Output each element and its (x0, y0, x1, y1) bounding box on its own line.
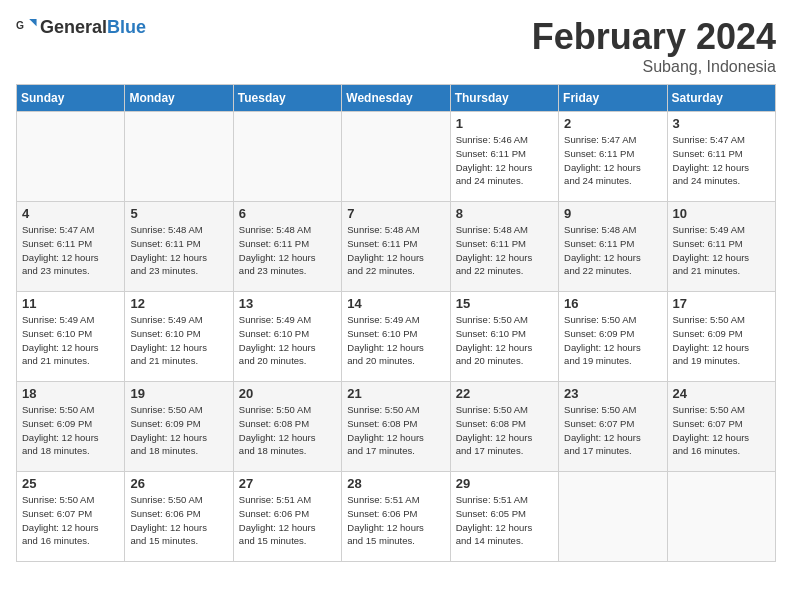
day-info: Sunrise: 5:51 AM Sunset: 6:06 PM Dayligh… (347, 493, 444, 548)
calendar-cell: 17Sunrise: 5:50 AM Sunset: 6:09 PM Dayli… (667, 292, 775, 382)
day-info: Sunrise: 5:48 AM Sunset: 6:11 PM Dayligh… (347, 223, 444, 278)
day-number: 2 (564, 116, 661, 131)
column-header-saturday: Saturday (667, 85, 775, 112)
calendar-week-row: 1Sunrise: 5:46 AM Sunset: 6:11 PM Daylig… (17, 112, 776, 202)
calendar-cell: 11Sunrise: 5:49 AM Sunset: 6:10 PM Dayli… (17, 292, 125, 382)
day-info: Sunrise: 5:50 AM Sunset: 6:10 PM Dayligh… (456, 313, 553, 368)
day-info: Sunrise: 5:50 AM Sunset: 6:07 PM Dayligh… (673, 403, 770, 458)
calendar-cell: 7Sunrise: 5:48 AM Sunset: 6:11 PM Daylig… (342, 202, 450, 292)
day-number: 4 (22, 206, 119, 221)
day-number: 5 (130, 206, 227, 221)
day-number: 9 (564, 206, 661, 221)
day-number: 20 (239, 386, 336, 401)
day-info: Sunrise: 5:50 AM Sunset: 6:08 PM Dayligh… (456, 403, 553, 458)
day-number: 26 (130, 476, 227, 491)
day-info: Sunrise: 5:48 AM Sunset: 6:11 PM Dayligh… (239, 223, 336, 278)
calendar-cell: 9Sunrise: 5:48 AM Sunset: 6:11 PM Daylig… (559, 202, 667, 292)
calendar-cell: 16Sunrise: 5:50 AM Sunset: 6:09 PM Dayli… (559, 292, 667, 382)
calendar-cell: 14Sunrise: 5:49 AM Sunset: 6:10 PM Dayli… (342, 292, 450, 382)
calendar-cell: 6Sunrise: 5:48 AM Sunset: 6:11 PM Daylig… (233, 202, 341, 292)
column-header-thursday: Thursday (450, 85, 558, 112)
day-number: 8 (456, 206, 553, 221)
column-header-sunday: Sunday (17, 85, 125, 112)
day-number: 16 (564, 296, 661, 311)
calendar-cell: 5Sunrise: 5:48 AM Sunset: 6:11 PM Daylig… (125, 202, 233, 292)
calendar-week-row: 11Sunrise: 5:49 AM Sunset: 6:10 PM Dayli… (17, 292, 776, 382)
calendar-cell: 4Sunrise: 5:47 AM Sunset: 6:11 PM Daylig… (17, 202, 125, 292)
day-number: 23 (564, 386, 661, 401)
logo-general: General (40, 17, 107, 37)
day-number: 6 (239, 206, 336, 221)
column-header-monday: Monday (125, 85, 233, 112)
day-number: 25 (22, 476, 119, 491)
day-info: Sunrise: 5:49 AM Sunset: 6:10 PM Dayligh… (22, 313, 119, 368)
logo: G GeneralBlue (16, 16, 146, 38)
svg-text:G: G (16, 20, 24, 31)
day-info: Sunrise: 5:50 AM Sunset: 6:09 PM Dayligh… (22, 403, 119, 458)
calendar-cell: 19Sunrise: 5:50 AM Sunset: 6:09 PM Dayli… (125, 382, 233, 472)
calendar-cell (667, 472, 775, 562)
day-number: 27 (239, 476, 336, 491)
day-info: Sunrise: 5:47 AM Sunset: 6:11 PM Dayligh… (564, 133, 661, 188)
calendar-cell: 28Sunrise: 5:51 AM Sunset: 6:06 PM Dayli… (342, 472, 450, 562)
day-number: 13 (239, 296, 336, 311)
day-number: 24 (673, 386, 770, 401)
day-info: Sunrise: 5:51 AM Sunset: 6:05 PM Dayligh… (456, 493, 553, 548)
column-header-wednesday: Wednesday (342, 85, 450, 112)
calendar-cell: 27Sunrise: 5:51 AM Sunset: 6:06 PM Dayli… (233, 472, 341, 562)
logo-blue: Blue (107, 17, 146, 37)
day-info: Sunrise: 5:48 AM Sunset: 6:11 PM Dayligh… (564, 223, 661, 278)
day-info: Sunrise: 5:50 AM Sunset: 6:07 PM Dayligh… (564, 403, 661, 458)
calendar-cell: 3Sunrise: 5:47 AM Sunset: 6:11 PM Daylig… (667, 112, 775, 202)
day-info: Sunrise: 5:46 AM Sunset: 6:11 PM Dayligh… (456, 133, 553, 188)
day-info: Sunrise: 5:49 AM Sunset: 6:11 PM Dayligh… (673, 223, 770, 278)
day-number: 29 (456, 476, 553, 491)
title-area: February 2024 Subang, Indonesia (532, 16, 776, 76)
day-info: Sunrise: 5:50 AM Sunset: 6:06 PM Dayligh… (130, 493, 227, 548)
calendar-cell: 12Sunrise: 5:49 AM Sunset: 6:10 PM Dayli… (125, 292, 233, 382)
calendar-cell: 25Sunrise: 5:50 AM Sunset: 6:07 PM Dayli… (17, 472, 125, 562)
day-info: Sunrise: 5:50 AM Sunset: 6:07 PM Dayligh… (22, 493, 119, 548)
day-info: Sunrise: 5:50 AM Sunset: 6:08 PM Dayligh… (239, 403, 336, 458)
logo-icon: G (16, 16, 38, 38)
day-info: Sunrise: 5:49 AM Sunset: 6:10 PM Dayligh… (347, 313, 444, 368)
day-info: Sunrise: 5:51 AM Sunset: 6:06 PM Dayligh… (239, 493, 336, 548)
day-number: 22 (456, 386, 553, 401)
calendar-week-row: 4Sunrise: 5:47 AM Sunset: 6:11 PM Daylig… (17, 202, 776, 292)
svg-marker-1 (29, 19, 36, 26)
calendar-cell: 1Sunrise: 5:46 AM Sunset: 6:11 PM Daylig… (450, 112, 558, 202)
column-header-friday: Friday (559, 85, 667, 112)
day-number: 28 (347, 476, 444, 491)
day-number: 19 (130, 386, 227, 401)
calendar-week-row: 25Sunrise: 5:50 AM Sunset: 6:07 PM Dayli… (17, 472, 776, 562)
calendar-cell: 26Sunrise: 5:50 AM Sunset: 6:06 PM Dayli… (125, 472, 233, 562)
day-number: 3 (673, 116, 770, 131)
day-info: Sunrise: 5:49 AM Sunset: 6:10 PM Dayligh… (239, 313, 336, 368)
calendar-cell (233, 112, 341, 202)
calendar-cell: 29Sunrise: 5:51 AM Sunset: 6:05 PM Dayli… (450, 472, 558, 562)
day-info: Sunrise: 5:50 AM Sunset: 6:09 PM Dayligh… (673, 313, 770, 368)
day-number: 7 (347, 206, 444, 221)
column-header-tuesday: Tuesday (233, 85, 341, 112)
calendar-cell: 10Sunrise: 5:49 AM Sunset: 6:11 PM Dayli… (667, 202, 775, 292)
day-info: Sunrise: 5:48 AM Sunset: 6:11 PM Dayligh… (456, 223, 553, 278)
day-number: 15 (456, 296, 553, 311)
calendar-cell: 21Sunrise: 5:50 AM Sunset: 6:08 PM Dayli… (342, 382, 450, 472)
calendar-cell: 23Sunrise: 5:50 AM Sunset: 6:07 PM Dayli… (559, 382, 667, 472)
calendar-cell: 20Sunrise: 5:50 AM Sunset: 6:08 PM Dayli… (233, 382, 341, 472)
day-number: 18 (22, 386, 119, 401)
day-number: 21 (347, 386, 444, 401)
calendar-cell: 22Sunrise: 5:50 AM Sunset: 6:08 PM Dayli… (450, 382, 558, 472)
month-title: February 2024 (532, 16, 776, 58)
calendar-week-row: 18Sunrise: 5:50 AM Sunset: 6:09 PM Dayli… (17, 382, 776, 472)
calendar-cell: 2Sunrise: 5:47 AM Sunset: 6:11 PM Daylig… (559, 112, 667, 202)
header: G GeneralBlue February 2024 Subang, Indo… (16, 16, 776, 76)
calendar-cell (342, 112, 450, 202)
day-info: Sunrise: 5:50 AM Sunset: 6:09 PM Dayligh… (564, 313, 661, 368)
day-info: Sunrise: 5:47 AM Sunset: 6:11 PM Dayligh… (673, 133, 770, 188)
day-number: 11 (22, 296, 119, 311)
day-info: Sunrise: 5:49 AM Sunset: 6:10 PM Dayligh… (130, 313, 227, 368)
day-number: 14 (347, 296, 444, 311)
day-number: 12 (130, 296, 227, 311)
calendar-cell: 13Sunrise: 5:49 AM Sunset: 6:10 PM Dayli… (233, 292, 341, 382)
